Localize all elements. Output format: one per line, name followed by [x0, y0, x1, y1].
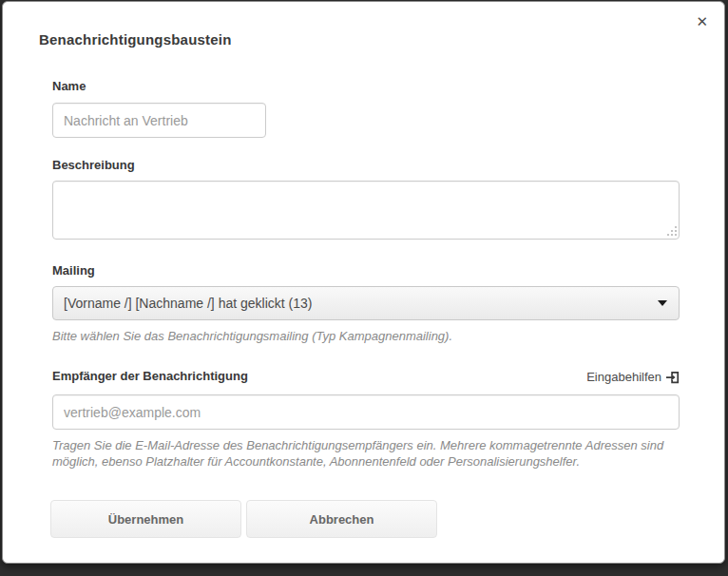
mailing-label: Mailing [52, 264, 680, 278]
apply-button[interactable]: Übernehmen [50, 500, 241, 538]
name-input[interactable] [52, 103, 266, 138]
recipient-label-row: Empfänger der Benachrichtigung Eingabehi… [52, 370, 680, 384]
cancel-button[interactable]: Abbrechen [246, 500, 437, 538]
description-textarea-wrap [52, 181, 680, 240]
recipient-email-input[interactable] [52, 394, 680, 430]
mailing-help-text: Bitte wählen Sie das Benachrichtigungsma… [52, 328, 680, 344]
mailing-select-wrap: [Vorname /] [Nachname /] hat geklickt (1… [52, 286, 680, 320]
description-label: Beschreibung [52, 159, 680, 172]
notification-module-dialog: Benachrichtigungsbaustein ✕ Name Beschre… [2, 1, 725, 564]
close-icon[interactable]: ✕ [696, 15, 708, 29]
dialog-footer-buttons: Übernehmen Abbrechen [50, 500, 680, 538]
name-label: Name [52, 80, 680, 93]
dialog-header: Benachrichtigungsbaustein ✕ [3, 2, 724, 48]
description-textarea[interactable] [52, 181, 680, 240]
dialog-title: Benachrichtigungsbaustein [39, 31, 688, 48]
sign-in-icon [666, 371, 680, 384]
mailing-select[interactable]: [Vorname /] [Nachname /] hat geklickt (1… [52, 286, 680, 320]
recipient-label: Empfänger der Benachrichtigung [52, 370, 248, 383]
input-helpers-label: Eingabehilfen [586, 370, 661, 384]
input-helpers-link[interactable]: Eingabehilfen [586, 370, 680, 384]
dialog-body: Name Beschreibung Mailing [Vorname /] [N… [3, 80, 724, 538]
recipient-help-text: Tragen Sie die E-Mail-Adresse des Benach… [52, 437, 680, 470]
